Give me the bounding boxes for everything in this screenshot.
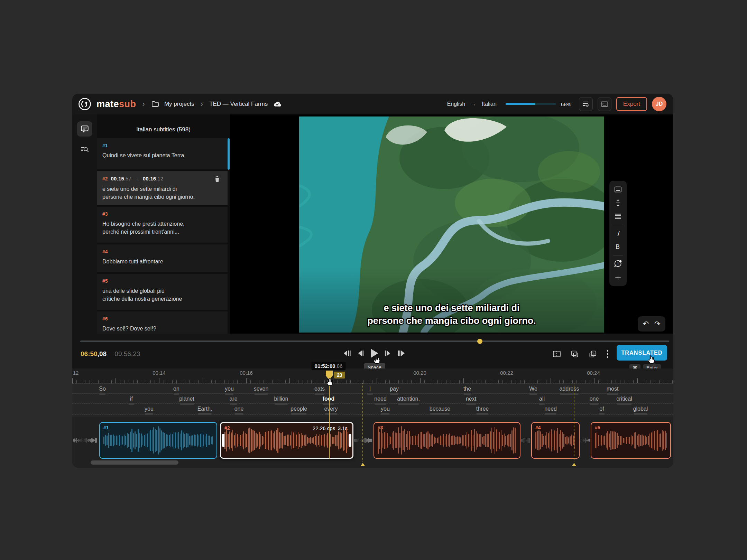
ruler-tick xyxy=(507,378,507,383)
timeline-word[interactable]: food xyxy=(323,396,335,405)
seek-knob[interactable] xyxy=(477,339,482,344)
subtitle-block-3[interactable]: #3 xyxy=(374,422,520,459)
subtitle-block-4[interactable]: #4 xyxy=(531,422,580,459)
timeline-word[interactable]: one xyxy=(234,406,244,415)
previous-frame-button[interactable] xyxy=(357,349,364,357)
brand-name[interactable]: matesub xyxy=(96,99,136,110)
subtitle-block-5[interactable]: #5 xyxy=(591,422,671,459)
timeline-word[interactable]: three xyxy=(476,406,489,415)
subtitle-checks-button[interactable] xyxy=(579,97,593,111)
timeline-word[interactable]: attention, xyxy=(397,396,420,405)
timeline-word[interactable]: address xyxy=(560,386,579,395)
timeline-word[interactable]: the xyxy=(463,386,471,395)
timeline-word[interactable]: planet xyxy=(179,396,194,405)
next-subtitle-button[interactable] xyxy=(397,349,406,357)
timeline-word[interactable]: people xyxy=(290,406,307,415)
subtitle-item-2[interactable]: #2 00:15,57 → 00:16,12 e siete uno dei s… xyxy=(97,171,228,205)
previous-subtitle-button[interactable] xyxy=(342,349,351,357)
timeline-word[interactable]: pay xyxy=(390,386,399,395)
breadcrumb-my-projects[interactable]: My projects xyxy=(164,101,194,108)
subtitle-item-1[interactable]: #1 Quindi se vivete sul pianeta Terra, xyxy=(97,138,228,169)
split-view-button[interactable] xyxy=(552,350,561,358)
subtitle-block-2[interactable]: #222.26 cps 3.1s xyxy=(220,422,353,459)
subtitle-item-3[interactable]: #3 Ho bisogno che presti attenzione, per… xyxy=(97,207,228,243)
text-align-button[interactable] xyxy=(613,211,623,222)
undo-button[interactable]: ↶ xyxy=(643,320,649,328)
timeline-word[interactable]: of xyxy=(599,406,605,415)
subtitle-list-scrollbar[interactable] xyxy=(228,138,230,170)
video-seek-bar[interactable] xyxy=(80,340,669,342)
add-subtitle-button[interactable] xyxy=(613,272,623,282)
subtitle-text[interactable]: Dobbiamo tutti affrontare xyxy=(102,258,222,265)
ruler-tick xyxy=(359,380,359,383)
timeline-word[interactable]: one xyxy=(590,396,599,405)
timeline-word[interactable]: next xyxy=(466,396,476,405)
subtitle-text[interactable]: Dove sei!? Dove sei!? xyxy=(102,325,222,333)
next-frame-button[interactable] xyxy=(384,349,392,357)
comments-button[interactable]: 1 xyxy=(613,259,623,269)
video-player[interactable]: e siete uno dei sette miliardi di person… xyxy=(299,116,604,333)
timeline-word[interactable]: I xyxy=(367,386,373,395)
timeline-word[interactable]: if xyxy=(129,396,134,405)
subtitle-text[interactable]: Quindi se vivete sul pianeta Terra, xyxy=(102,151,222,159)
subtitle-text[interactable]: una delle sfide globali più critiche del… xyxy=(102,287,222,303)
timeline-word[interactable]: Earth, xyxy=(197,406,212,415)
bold-button[interactable]: B xyxy=(613,242,623,252)
compare-previous-button[interactable] xyxy=(570,350,579,358)
timeline-word[interactable]: you xyxy=(381,406,390,415)
timeline-word[interactable]: most xyxy=(607,386,619,395)
italic-button[interactable]: I xyxy=(613,228,623,239)
keyboard-shortcuts-button[interactable] xyxy=(598,97,611,111)
timeline-word[interactable]: eats xyxy=(314,386,325,395)
subtitle-list-tab[interactable] xyxy=(77,121,92,137)
subtitle-times[interactable]: #2 00:15,57 → 00:16,12 xyxy=(102,176,222,182)
timeline-word[interactable]: you xyxy=(225,386,234,395)
vertical-align-button[interactable] xyxy=(613,198,623,208)
source-language: English xyxy=(447,101,465,107)
translated-confirm-button[interactable]: TRANSLATED xyxy=(617,345,667,361)
more-options-button[interactable] xyxy=(606,349,609,358)
user-avatar[interactable]: JD xyxy=(652,97,666,111)
ruler-tick xyxy=(468,380,468,383)
timeline-word[interactable]: because xyxy=(430,406,451,415)
export-button[interactable]: Export xyxy=(616,97,647,111)
timeline-word[interactable]: seven xyxy=(254,386,269,395)
subtitle-item-4[interactable]: #4 Dobbiamo tutti affrontare xyxy=(97,244,228,272)
subtitle-position-button[interactable] xyxy=(613,184,623,195)
ruler-tick xyxy=(494,380,494,383)
timeline-word[interactable]: So xyxy=(99,386,106,395)
playhead-frames: ,86 xyxy=(335,363,343,369)
matesub-logo-icon[interactable] xyxy=(78,97,92,111)
timeline-word[interactable]: billion xyxy=(274,396,288,405)
timeline-ruler[interactable]: 1200:1400:1600:2000:2200:24 xyxy=(72,368,673,383)
delete-subtitle-button[interactable] xyxy=(214,175,221,182)
timeline-word[interactable]: every xyxy=(324,406,338,415)
end-time[interactable]: 00:16 xyxy=(143,176,156,181)
timeline-word[interactable]: critical xyxy=(616,396,632,405)
subtitle-block-1[interactable]: #1 xyxy=(99,422,217,459)
subtitle-item-5[interactable]: #5 una delle sfide globali più critiche … xyxy=(97,274,228,310)
ruler-tick xyxy=(607,380,607,383)
start-time[interactable]: 00:15 xyxy=(111,176,124,181)
subtitle-text[interactable]: e siete uno dei sette miliardi di person… xyxy=(102,185,222,201)
timeline-horizontal-scrollbar[interactable] xyxy=(91,460,178,465)
timeline-word[interactable]: you xyxy=(145,406,154,415)
redo-button[interactable]: ↷ xyxy=(654,320,661,328)
breadcrumb-project-name[interactable]: TED — Vertical Farms xyxy=(209,101,268,108)
ruler-tick xyxy=(207,380,207,383)
timeline[interactable]: 1200:1400:1600:2000:2200:24 Soonyouseven… xyxy=(72,368,673,468)
subtitle-text[interactable]: Ho bisogno che presti attenzione, perché… xyxy=(102,220,222,236)
timeline-word[interactable]: need xyxy=(374,396,387,405)
timeline-word[interactable]: global xyxy=(633,406,648,415)
compare-next-button[interactable] xyxy=(588,350,597,358)
left-rail xyxy=(72,114,97,334)
subtitle-item-6[interactable]: #6 Dove sei!? Dove sei!? xyxy=(97,311,228,334)
timeline-word[interactable]: We xyxy=(529,386,537,395)
timeline-word[interactable]: all xyxy=(539,396,545,405)
search-subtitles-tab[interactable] xyxy=(77,142,92,157)
block-resize-handle-right[interactable] xyxy=(349,434,351,447)
timeline-word[interactable]: are xyxy=(229,396,237,405)
ruler-tick xyxy=(116,378,116,383)
timeline-word[interactable]: on xyxy=(173,386,179,395)
timeline-word[interactable]: need xyxy=(544,406,557,415)
